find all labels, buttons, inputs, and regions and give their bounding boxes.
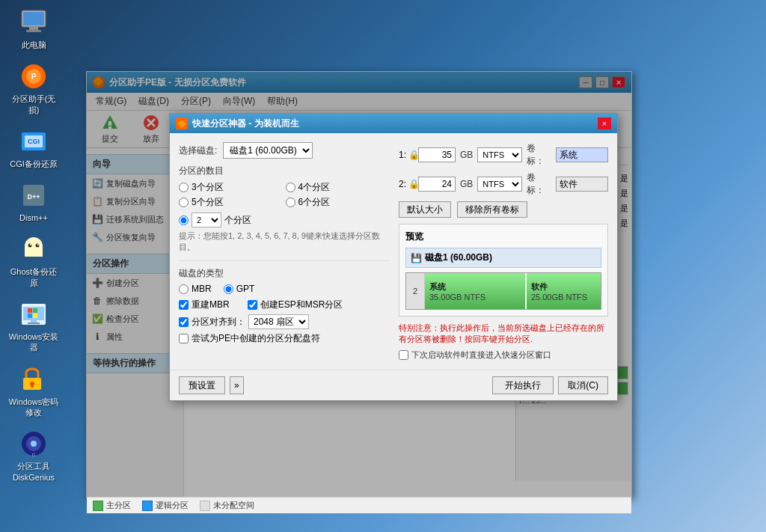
desktop-icon-computer[interactable]: 此电脑 [7, 7, 60, 50]
radio-6-partitions: 6个分区 [286, 196, 390, 209]
preview-part-1-name: 系统 [429, 281, 446, 293]
part-1-unit: GB [460, 150, 473, 160]
desktop-icon-ghost[interactable]: Ghost备份还原 [7, 234, 60, 288]
radio-4-input[interactable] [286, 183, 295, 192]
align-label: 分区对齐到： [192, 316, 245, 328]
default-size-button[interactable]: 默认大小 [399, 201, 451, 218]
select-disk-row: 选择磁盘: 磁盘1 (60.00GB) [179, 142, 390, 159]
part-2-fs-select[interactable]: NTFSFAT32exFAT [477, 177, 522, 192]
ghost-icon [19, 234, 49, 264]
part-1-size-input[interactable] [418, 147, 456, 162]
windows-installer-icon [19, 299, 49, 329]
align-select[interactable]: 2048 扇区 [248, 314, 309, 329]
partition-count-radios: 3个分区 4个分区 5个分区 [179, 181, 390, 209]
svg-rect-3 [26, 30, 41, 32]
radio-3-label: 3个分区 [192, 181, 224, 194]
svg-text:CGI: CGI [28, 138, 40, 145]
radio-gpt-input[interactable] [224, 284, 233, 294]
part-1-fs-select[interactable]: NTFSFAT32exFAT [477, 147, 522, 162]
hint-text: 提示：您能按1, 2, 3, 4, 5, 6, 7, 8, 9键来快速选择分区数… [179, 230, 390, 253]
partition-icon-label: 分区助手(无损) [7, 94, 60, 115]
svg-rect-21 [28, 322, 40, 324]
ghost-icon-label: Ghost备份还原 [7, 266, 60, 288]
radio-mbr-label: MBR [192, 284, 212, 294]
create-esp-checkbox[interactable] [248, 300, 257, 310]
rebuild-mbr-row: 重建MBR 创建ESP和MSR分区 [179, 299, 390, 311]
partition-2-row: 2: 🔒 GB NTFSFAT32exFAT 卷标： [399, 171, 608, 197]
radio-mbr-input[interactable] [179, 284, 189, 294]
preview-part-2-size: 25.00GB NTFS [531, 293, 587, 302]
expand-button[interactable]: » [230, 376, 244, 394]
dialog-icon: 🔶 [176, 117, 188, 129]
pe-checkbox[interactable] [179, 334, 189, 343]
preview-label: 预览 [405, 230, 423, 243]
svg-point-31 [31, 441, 37, 447]
desktop-icon-password[interactable]: Windows密码修改 [7, 364, 60, 418]
svg-point-16 [30, 244, 31, 245]
rebuild-mbr-checkbox[interactable] [179, 300, 189, 310]
radio-5-input[interactable] [179, 198, 189, 207]
unallocated-label: 未分配空间 [213, 500, 254, 511]
primary-partition-label: 主分区 [106, 500, 131, 511]
svg-rect-13 [25, 246, 43, 257]
legend-primary: 主分区 [93, 500, 131, 511]
part-1-label-input[interactable] [556, 147, 608, 162]
auto-open-checkbox[interactable] [399, 350, 408, 360]
auto-open-label: 下次启动软件时直接进入快速分区窗口 [411, 349, 551, 361]
custom-count-select[interactable]: 234 [192, 213, 221, 227]
legend-unallocated: 未分配空间 [200, 500, 254, 511]
desktop-icon-diskgenius[interactable]: D 分区工具DiskGenius [7, 429, 60, 483]
partition-count-label: 分区的数目 [179, 165, 390, 177]
warning-checkbox-row: 下次启动软件时直接进入快速分区窗口 [399, 349, 608, 361]
svg-rect-2 [29, 27, 38, 30]
radio-3-input[interactable] [179, 183, 189, 192]
size-buttons-row: 默认大小 移除所有卷标 [399, 201, 608, 218]
disk-type-label: 磁盘的类型 [179, 267, 390, 280]
computer-icon [19, 7, 49, 37]
svg-rect-25 [33, 314, 37, 318]
backup-icon-label: CGI备份还原 [10, 159, 58, 169]
svg-text:D: D [32, 453, 36, 457]
radio-custom-input[interactable] [179, 215, 189, 225]
desktop-icon-windows-installer[interactable]: Windows安装器 [7, 299, 60, 353]
radio-3-partitions: 3个分区 [179, 181, 284, 194]
dialog-left-col: 选择磁盘: 磁盘1 (60.00GB) 分区的数目 [179, 142, 390, 361]
windows-installer-icon-label: Windows安装器 [7, 331, 60, 353]
desktop: 此电脑 P 分区助手(无损) CGI CGI备份还原 [0, 0, 766, 532]
radio-gpt-label: GPT [236, 284, 255, 294]
disk-type-radios: MBR GPT [179, 284, 390, 294]
partition-1-row: 1: 🔒 GB NTFSFAT32exFAT 卷标： [399, 142, 608, 168]
align-checkbox[interactable] [179, 317, 189, 327]
desktop-icon-backup[interactable]: CGI CGI备份还原 [7, 126, 60, 169]
part-2-label-input[interactable] [556, 177, 608, 192]
dism-icon: D++ [19, 180, 49, 210]
modal-overlay: 🔶 快速分区神器 - 为装机而生 × 选择磁盘: [87, 72, 631, 497]
radio-gpt: GPT [224, 284, 255, 294]
custom-unit-label: 个分区 [224, 214, 251, 227]
partition-count-section: 分区的数目 3个分区 4个分区 [179, 165, 390, 253]
preview-bar-num: 2 [406, 273, 425, 309]
disk-select[interactable]: 磁盘1 (60.00GB) [223, 142, 313, 159]
svg-rect-20 [31, 320, 37, 322]
radio-6-input[interactable] [286, 198, 295, 207]
align-row: 分区对齐到： 2048 扇区 [179, 314, 390, 329]
preview-partition-1: 系统 35.00GB NTFS [425, 273, 527, 309]
execute-button[interactable]: 开始执行 [492, 376, 554, 394]
dialog-title-bar: 🔶 快速分区神器 - 为装机而生 × [170, 114, 617, 133]
dialog-close-button[interactable]: × [598, 117, 611, 129]
diskgenius-icon-label: 分区工具DiskGenius [7, 461, 60, 483]
radio-5-label: 5个分区 [192, 196, 224, 209]
cancel-button[interactable]: 取消(C) [558, 376, 608, 394]
part-2-size-input[interactable] [418, 177, 456, 192]
part-1-num: 1: 🔒 [399, 150, 414, 160]
remove-labels-button[interactable]: 移除所有卷标 [457, 201, 527, 218]
desktop-icon-dism[interactable]: D++ Dism++ [7, 180, 60, 223]
logical-partition-color [142, 501, 153, 511]
rebuild-mbr-label: 重建MBR [192, 299, 230, 311]
desktop-icon-partition[interactable]: P 分区助手(无损) [7, 61, 60, 115]
select-disk-label: 选择磁盘: [179, 144, 217, 157]
preset-button[interactable]: 预设置 [179, 376, 225, 394]
unallocated-color [200, 501, 210, 511]
svg-text:D++: D++ [27, 193, 40, 201]
dialog-footer: 预设置 » 开始执行 取消(C) [170, 370, 617, 400]
